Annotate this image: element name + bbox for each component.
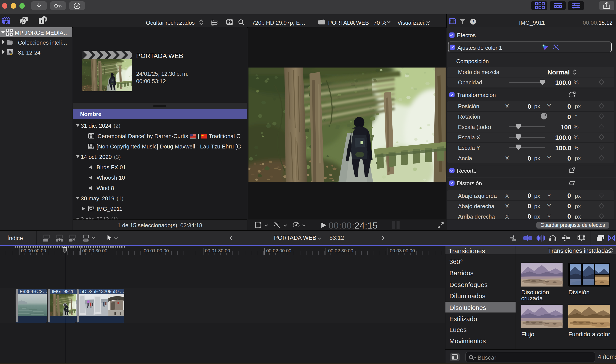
svg-text:i: i bbox=[472, 19, 474, 24]
svg-text:!: ! bbox=[11, 52, 12, 55]
svg-text:T: T bbox=[40, 19, 43, 24]
